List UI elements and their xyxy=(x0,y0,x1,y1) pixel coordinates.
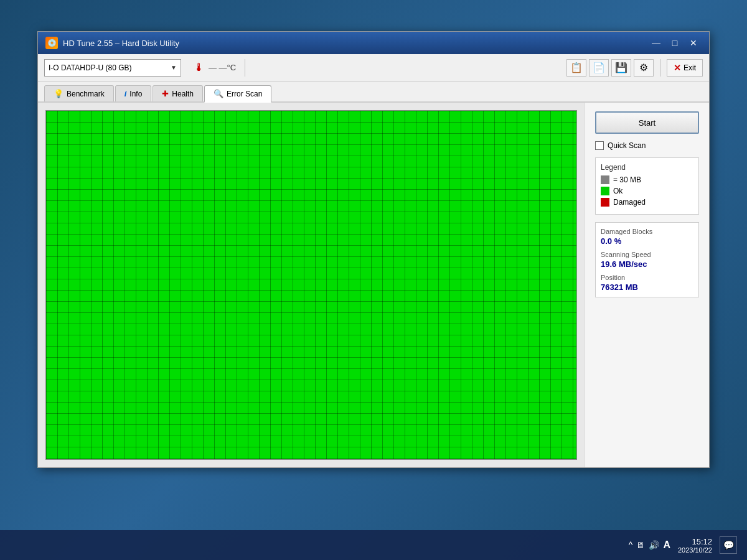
scan-grid-container xyxy=(45,110,577,460)
maximize-button[interactable]: □ xyxy=(667,37,683,49)
clock-time: 15:12 xyxy=(678,537,712,546)
volume-icon: 🔊 xyxy=(649,540,659,550)
legend-label-size: = 30 MB xyxy=(613,175,641,184)
position-label: Position xyxy=(601,274,693,281)
legend-label-ok: Ok xyxy=(613,187,622,195)
quick-scan-row: Quick Scan xyxy=(595,141,699,150)
content-area: Start Quick Scan Legend = 30 MB Ok xyxy=(38,103,709,467)
save-icon-btn[interactable]: 💾 xyxy=(611,59,631,77)
legend-title: Legend xyxy=(601,163,693,172)
desktop: 💿 HD Tune 2.55 – Hard Disk Utility — □ ✕… xyxy=(0,0,747,560)
tabs-bar: 💡 Benchmark i Info ✚ Health 🔍 Error Scan xyxy=(38,82,709,103)
toolbar-separator-2 xyxy=(660,59,660,77)
benchmark-tab-label: Benchmark xyxy=(67,90,105,98)
info-tab-icon: i xyxy=(125,89,127,98)
right-panel: Start Quick Scan Legend = 30 MB Ok xyxy=(585,103,709,467)
copy-icon-btn[interactable]: 📋 xyxy=(566,59,586,77)
quick-scan-label: Quick Scan xyxy=(608,141,646,150)
scanning-speed-value: 19.6 MB/sec xyxy=(601,259,693,269)
scanning-speed-label: Scanning Speed xyxy=(601,251,693,258)
legend-color-gray xyxy=(601,175,609,184)
drive-label: I-O DATAHDP-U (80 GB) xyxy=(49,63,132,72)
toolbar-buttons: 📋 📄 💾 ⚙ ✕ Exit xyxy=(566,59,703,77)
temp-value: — —°C xyxy=(209,63,236,72)
legend-item-damaged: Damaged xyxy=(601,198,693,207)
drive-selector[interactable]: I-O DATAHDP-U (80 GB) ▼ xyxy=(44,59,181,77)
thermometer-icon: 🌡 xyxy=(194,61,205,74)
title-bar: 💿 HD Tune 2.55 – Hard Disk Utility — □ ✕ xyxy=(38,32,709,54)
scan-grid xyxy=(46,111,576,459)
clock-date: 2023/10/22 xyxy=(678,546,712,554)
health-tab-label: Health xyxy=(172,90,194,98)
legend-color-green xyxy=(601,187,609,195)
network-icon: 🖥 xyxy=(636,540,645,550)
close-button[interactable]: ✕ xyxy=(685,37,702,49)
system-tray: ^ 🖥 🔊 A xyxy=(629,539,670,551)
legend-box: Legend = 30 MB Ok Damaged xyxy=(595,157,699,215)
window-title: HD Tune 2.55 – Hard Disk Utility xyxy=(63,39,179,48)
benchmark-tab-icon: 💡 xyxy=(54,89,63,98)
legend-label-damaged: Damaged xyxy=(613,198,646,207)
errorscan-tab-label: Error Scan xyxy=(227,90,262,98)
clock: 15:12 2023/10/22 xyxy=(678,537,712,554)
legend-item-size: = 30 MB xyxy=(601,175,693,184)
toolbar-separator xyxy=(245,59,245,77)
quick-scan-checkbox[interactable] xyxy=(595,141,604,150)
clipboard-icon-btn[interactable]: 📄 xyxy=(589,59,609,77)
damaged-blocks-value: 0.0 % xyxy=(601,236,693,246)
errorscan-tab-icon: 🔍 xyxy=(214,89,223,98)
tray-icons: ^ 🖥 🔊 A xyxy=(629,539,670,551)
taskbar: ^ 🖥 🔊 A 15:12 2023/10/22 💬 xyxy=(0,530,747,560)
app-icon: 💿 xyxy=(45,37,58,49)
start-button[interactable]: Start xyxy=(595,111,699,134)
ime-icon: A xyxy=(663,539,670,551)
legend-item-ok: Ok xyxy=(601,187,693,195)
legend-color-red xyxy=(601,198,609,207)
health-tab-icon: ✚ xyxy=(162,89,169,98)
exit-x-icon: ✕ xyxy=(674,63,681,73)
tab-benchmark[interactable]: 💡 Benchmark xyxy=(44,85,114,101)
tab-errorscan[interactable]: 🔍 Error Scan xyxy=(204,85,271,103)
stats-box: Damaged Blocks 0.0 % Scanning Speed 19.6… xyxy=(595,222,699,297)
title-bar-left: 💿 HD Tune 2.55 – Hard Disk Utility xyxy=(45,37,179,49)
temp-display: 🌡 — —°C xyxy=(194,61,236,74)
exit-button[interactable]: ✕ Exit xyxy=(667,59,703,77)
damaged-blocks-label: Damaged Blocks xyxy=(601,228,693,235)
notification-button[interactable]: 💬 xyxy=(720,536,737,554)
title-bar-controls: — □ ✕ xyxy=(648,37,702,49)
info-tab-label: Info xyxy=(129,90,142,98)
minimize-button[interactable]: — xyxy=(648,37,664,49)
dropdown-arrow-icon: ▼ xyxy=(171,64,177,71)
chevron-up-icon: ^ xyxy=(629,540,633,550)
main-window: 💿 HD Tune 2.55 – Hard Disk Utility — □ ✕… xyxy=(37,31,710,468)
tab-health[interactable]: ✚ Health xyxy=(153,85,203,101)
toolbar: I-O DATAHDP-U (80 GB) ▼ 🌡 — —°C 📋 📄 💾 ⚙ … xyxy=(38,54,709,82)
exit-label: Exit xyxy=(684,63,696,72)
tools-icon-btn[interactable]: ⚙ xyxy=(634,59,654,77)
scan-area xyxy=(38,103,585,467)
taskbar-right: ^ 🖥 🔊 A 15:12 2023/10/22 💬 xyxy=(629,536,737,554)
position-value: 76321 MB xyxy=(601,282,693,292)
tab-info[interactable]: i Info xyxy=(115,85,152,101)
